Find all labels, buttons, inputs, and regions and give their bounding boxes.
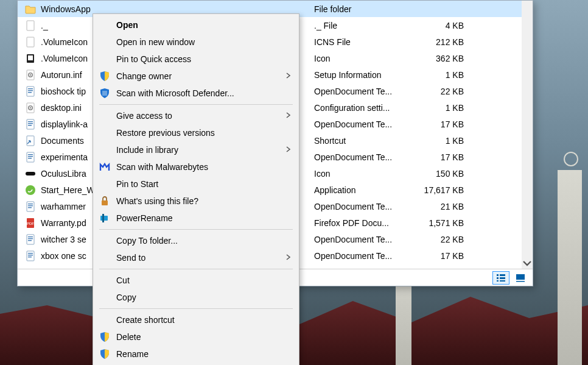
svg-rect-0: [27, 21, 34, 30]
ini-icon: [25, 102, 36, 113]
file-size: 212 KB: [424, 37, 472, 47]
doc-icon: [25, 250, 36, 261]
ctx-delete[interactable]: Delete: [94, 328, 298, 346]
oculus-icon: [25, 168, 36, 179]
ctx-give-access-to[interactable]: Give access to: [94, 107, 298, 124]
svg-point-24: [26, 185, 35, 195]
ctx-separator: [99, 269, 293, 269]
ctx-open[interactable]: Open: [94, 16, 298, 34]
svg-point-13: [30, 107, 31, 108]
malwarebytes-icon: [99, 161, 110, 172]
lock-icon: [99, 196, 110, 207]
svg-rect-44: [500, 280, 505, 282]
svg-rect-43: [500, 277, 505, 279]
file-type: Icon: [314, 54, 424, 63]
doc-icon: [25, 201, 36, 212]
short-icon: [25, 135, 36, 146]
svg-text:PDF: PDF: [27, 222, 34, 225]
ctx-scan-defender[interactable]: Scan with Microsoft Defender...: [94, 85, 298, 102]
defender-shield-icon: [99, 88, 110, 99]
file-name: xbox one sc: [41, 251, 86, 261]
svg-rect-22: [28, 158, 32, 158]
svg-rect-32: [28, 236, 33, 237]
ctx-scan-malwarebytes[interactable]: Scan with Malwarebytes: [94, 158, 298, 175]
file-icon: [25, 37, 36, 48]
svg-rect-33: [28, 238, 33, 239]
svg-rect-35: [27, 251, 34, 261]
doc-icon: [25, 152, 36, 163]
scroll-down-arrow[interactable]: [522, 258, 533, 269]
ctx-restore-previous[interactable]: Restore previous versions: [94, 124, 298, 141]
svg-rect-42: [500, 274, 505, 276]
file-name: Start_Here_W: [41, 185, 95, 195]
file-type: OpenDocument Te...: [314, 119, 424, 129]
ctx-include-in-library[interactable]: Include in library: [94, 141, 298, 158]
file-name: WindowsApp: [41, 4, 91, 14]
svg-rect-40: [497, 277, 499, 279]
svg-rect-3: [28, 55, 33, 60]
ctx-separator: [99, 308, 293, 309]
context-menu: Open Open in new window Pin to Quick acc…: [93, 13, 299, 365]
vertical-scrollbar[interactable]: [522, 1, 533, 269]
file-type: OpenDocument Te...: [314, 202, 424, 211]
file-type: Configuration setti...: [314, 103, 424, 113]
submenu-arrow-icon: [284, 253, 292, 263]
file-type: Application: [314, 185, 424, 195]
file-size: 4 KB: [424, 21, 472, 30]
ctx-cut[interactable]: Cut: [94, 272, 298, 289]
svg-rect-15: [28, 121, 33, 122]
seagate-icon: [25, 185, 36, 196]
svg-rect-10: [28, 92, 32, 93]
ctx-rename[interactable]: Rename: [94, 346, 298, 363]
svg-rect-50: [102, 214, 104, 222]
view-large-icons-button[interactable]: [512, 271, 529, 285]
file-name: Documents: [41, 136, 84, 146]
icns-icon: [25, 53, 36, 64]
shield-admin-icon: [99, 331, 110, 342]
file-name: experimenta: [41, 152, 88, 162]
file-type: OpenDocument Te...: [314, 251, 424, 261]
view-details-button[interactable]: [492, 271, 509, 285]
svg-point-6: [30, 74, 31, 75]
file-type: OpenDocument Te...: [314, 87, 424, 96]
file-name: Warranty.pd: [41, 218, 86, 228]
file-size: 1 KB: [424, 136, 472, 146]
ctx-copy[interactable]: Copy: [94, 289, 298, 306]
file-size: 1,571 KB: [424, 218, 472, 228]
ctx-pin-to-start[interactable]: Pin to Start: [94, 175, 298, 193]
submenu-arrow-icon: [284, 111, 292, 121]
svg-rect-41: [497, 280, 499, 282]
file-type: OpenDocument Te...: [314, 235, 424, 244]
doc-icon: [25, 234, 36, 245]
ctx-send-to[interactable]: Send to: [94, 249, 298, 266]
file-name: displaylink-a: [41, 119, 88, 129]
shield-admin-icon: [99, 71, 110, 82]
doc-icon: [25, 86, 36, 97]
ctx-pin-quick-access[interactable]: Pin to Quick access: [94, 51, 298, 68]
file-size: 17 KB: [424, 152, 472, 162]
ctx-powerrename[interactable]: PowerRename: [94, 210, 298, 227]
file-size: 17,617 KB: [424, 185, 472, 195]
powerrename-icon: [99, 213, 110, 224]
svg-rect-36: [28, 253, 33, 253]
ctx-create-shortcut[interactable]: Create shortcut: [94, 311, 298, 328]
svg-rect-20: [28, 154, 33, 155]
ctx-whats-using-file[interactable]: What's using this file?: [94, 193, 298, 210]
file-size: 22 KB: [424, 235, 472, 244]
svg-rect-1: [27, 37, 34, 47]
ctx-open-new-window[interactable]: Open in new window: [94, 34, 298, 51]
ctx-separator: [99, 229, 293, 230]
file-name: bioshock tip: [41, 87, 86, 96]
file-type: Icon: [314, 169, 424, 179]
file-size: 150 KB: [424, 169, 472, 179]
folder-icon: [25, 4, 36, 15]
ctx-copy-to-folder[interactable]: Copy To folder...: [94, 232, 298, 249]
svg-rect-9: [28, 90, 33, 91]
file-type: Shortcut: [314, 136, 424, 146]
ctx-change-owner[interactable]: Change owner: [94, 68, 298, 85]
svg-rect-23: [26, 172, 35, 175]
file-name: .VolumeIcon: [41, 37, 88, 47]
svg-rect-47: [102, 91, 107, 96]
file-size: 1 KB: [424, 103, 472, 113]
file-type: Firefox PDF Docu...: [314, 218, 424, 228]
